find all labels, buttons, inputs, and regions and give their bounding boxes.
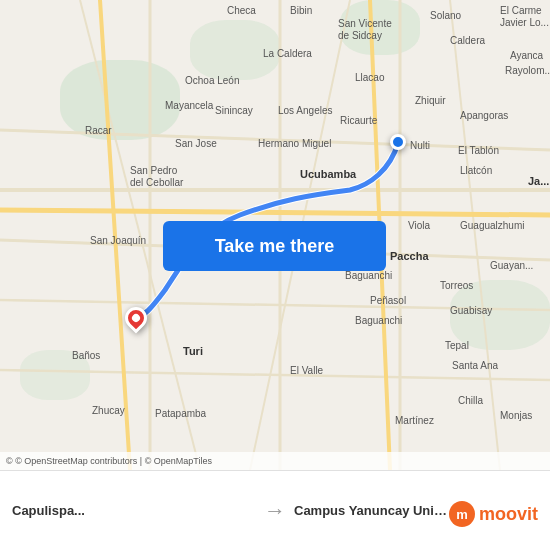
moovit-icon: m <box>448 500 476 528</box>
svg-text:m: m <box>456 507 468 522</box>
bottom-bar: Capulispa... → Campus Yanuncay Universid… <box>0 470 550 550</box>
button-label: Take me there <box>215 236 335 257</box>
origin-label: Capulispa... <box>12 503 172 518</box>
map-container: ChecaBibinSan Vicentede SidcaySolanoEl C… <box>0 0 550 470</box>
svg-line-12 <box>100 0 130 470</box>
destination-label: Campus Yanuncay Universidad De C... <box>294 503 454 518</box>
origin-info: Capulispa... <box>12 503 256 518</box>
attribution-bar: © © OpenStreetMap contributors | © OpenM… <box>0 452 550 470</box>
take-me-there-button[interactable]: Take me there <box>163 221 386 271</box>
svg-line-11 <box>0 210 550 215</box>
moovit-logo: m moovit <box>448 500 538 528</box>
svg-line-7 <box>0 370 550 380</box>
moovit-text: moovit <box>479 504 538 525</box>
direction-arrow: → <box>264 498 286 524</box>
svg-line-6 <box>0 300 550 310</box>
attribution-text: © OpenStreetMap contributors | © OpenMap… <box>15 456 212 466</box>
svg-line-5 <box>0 130 550 150</box>
svg-line-10 <box>450 0 500 470</box>
origin-marker <box>390 134 406 150</box>
